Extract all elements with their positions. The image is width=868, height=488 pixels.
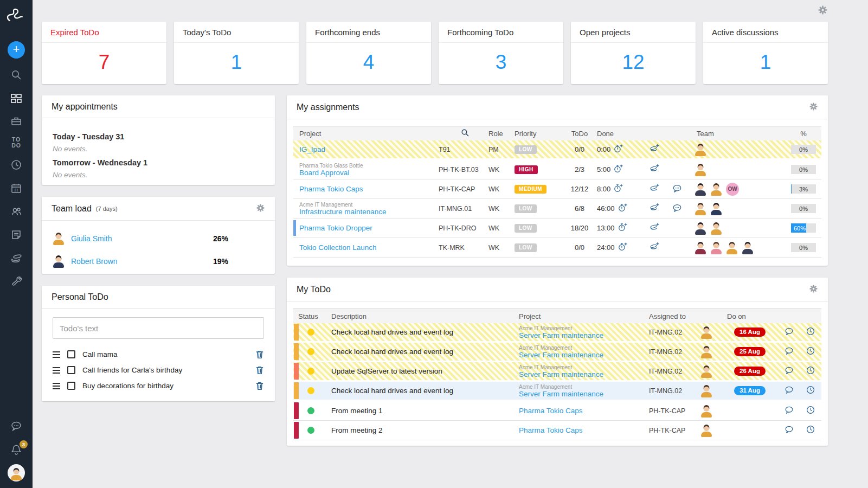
comment-icon[interactable]	[784, 365, 794, 377]
project-link[interactable]: Server Farm maintenance	[519, 370, 603, 378]
discussion-icon[interactable]	[672, 203, 683, 215]
chat-icon[interactable]	[9, 419, 23, 433]
schedule-clock-icon[interactable]	[806, 405, 815, 416]
status-dot[interactable]	[307, 348, 314, 355]
notifications-icon[interactable]: 3	[9, 442, 23, 457]
project-link[interactable]: Pharma Tokio Dropper	[299, 224, 372, 232]
card-open-projects[interactable]: Open projects 12	[571, 22, 696, 84]
add-worklog-timer-icon[interactable]	[613, 164, 623, 176]
card-expired-todo[interactable]: Expired ToDo 7	[42, 22, 166, 84]
schedule-clock-icon[interactable]	[806, 326, 815, 338]
add-button[interactable]: +	[8, 41, 25, 59]
schedule-clock-icon[interactable]	[806, 346, 815, 357]
comment-icon[interactable]	[784, 326, 794, 338]
comment-icon[interactable]	[784, 425, 794, 436]
discussion-icon[interactable]	[672, 183, 683, 195]
assignment-row[interactable]: Pharma Tokio Caps PH-TK-CAP WK MEDIUM 12…	[293, 179, 821, 199]
assignee-avatar[interactable]	[700, 404, 712, 418]
project-link[interactable]: Server Farm maintenance	[519, 390, 603, 398]
team-avatar[interactable]	[695, 241, 706, 254]
project-link[interactable]: Pharma Tokio Caps	[519, 407, 583, 415]
due-date-badge[interactable]: 31 Aug	[734, 386, 766, 395]
add-worklog-timer-icon[interactable]	[613, 144, 623, 156]
card-active-discussions[interactable]: Active discussions 1	[703, 22, 828, 84]
team-avatar[interactable]	[742, 241, 754, 254]
team-initials-badge[interactable]: OW	[726, 183, 739, 196]
add-expense-icon[interactable]	[649, 164, 660, 176]
project-link[interactable]: Server Farm maintenance	[519, 331, 603, 339]
clock-icon[interactable]	[9, 158, 23, 172]
user-avatar[interactable]	[8, 464, 25, 481]
due-date-badge[interactable]: 25 Aug	[734, 347, 766, 356]
col-do-on[interactable]: Do on	[722, 312, 778, 320]
team-avatar[interactable]	[695, 163, 706, 176]
todo-row[interactable]: Check local hard drives and event log Ac…	[293, 343, 821, 362]
col-todo[interactable]: ToDo	[562, 130, 597, 138]
schedule-clock-icon[interactable]	[806, 385, 815, 396]
team-load-gear-icon[interactable]	[256, 203, 265, 214]
drag-handle-icon[interactable]	[53, 386, 60, 387]
people-icon[interactable]	[9, 204, 23, 219]
todo-row[interactable]: Check local hard drives and event log Ac…	[293, 382, 821, 401]
member-name-link[interactable]: Robert Brown	[71, 257, 118, 266]
todo-row[interactable]: From meeting 2 Pharma Tokio Caps PH-TK-C…	[293, 421, 821, 440]
due-date-badge[interactable]: 16 Aug	[734, 328, 766, 337]
calendar-icon[interactable]: 31	[9, 181, 23, 195]
card-forthcoming-ends[interactable]: Forthcoming ends 4	[306, 22, 431, 84]
schedule-clock-icon[interactable]	[806, 365, 815, 377]
assignee-avatar[interactable]	[700, 345, 712, 358]
col-role[interactable]: Role	[488, 130, 515, 138]
due-date-badge[interactable]: 26 Aug	[734, 367, 766, 376]
card-todays-todo[interactable]: Today's ToDo 1	[174, 22, 299, 84]
assignment-row[interactable]: Tokio Collection Launch TK-MRK WK LOW 0/…	[293, 238, 821, 258]
add-worklog-timer-icon[interactable]	[618, 203, 628, 215]
table-search-icon[interactable]	[460, 128, 470, 139]
team-avatar[interactable]	[726, 241, 738, 254]
col-description[interactable]: Description	[325, 312, 519, 320]
drag-handle-icon[interactable]	[53, 370, 60, 371]
status-dot[interactable]	[307, 368, 314, 375]
add-worklog-timer-icon[interactable]	[618, 242, 628, 254]
assignee-avatar[interactable]	[700, 384, 712, 397]
team-avatar[interactable]	[710, 222, 722, 235]
search-icon[interactable]	[9, 68, 23, 82]
assignments-gear-icon[interactable]	[809, 102, 818, 113]
comment-icon[interactable]	[784, 405, 794, 416]
card-forthcoming-todo[interactable]: Forthcoming ToDo 3	[439, 22, 563, 84]
projects-icon[interactable]	[9, 114, 23, 129]
add-worklog-timer-icon[interactable]	[613, 183, 623, 195]
assignment-row[interactable]: IG_Ipad T91 PM LOW 0/0 0:00 0%	[293, 140, 821, 160]
project-link[interactable]: Pharma Tokio Caps	[519, 426, 583, 434]
add-expense-icon[interactable]	[649, 222, 660, 234]
trash-icon[interactable]	[255, 350, 264, 359]
todo-checkbox[interactable]	[67, 382, 75, 390]
trash-icon[interactable]	[255, 365, 264, 375]
team-avatar[interactable]	[710, 202, 722, 215]
project-link[interactable]: Board Approval	[299, 169, 349, 177]
project-link[interactable]: Infrastructure maintenance	[299, 208, 387, 216]
my-todo-gear-icon[interactable]	[809, 284, 818, 295]
expenses-icon[interactable]	[9, 251, 23, 265]
team-avatar[interactable]	[710, 241, 722, 254]
team-avatar[interactable]	[710, 183, 722, 196]
add-expense-icon[interactable]	[649, 183, 660, 195]
team-avatar[interactable]	[695, 222, 706, 235]
todo-checkbox[interactable]	[67, 366, 75, 374]
assignment-row[interactable]: Pharma Tokio Dropper PH-TK-DRO WK LOW 18…	[293, 219, 821, 238]
col-project[interactable]: Project	[519, 312, 649, 320]
schedule-clock-icon[interactable]	[806, 425, 815, 436]
comment-icon[interactable]	[784, 385, 794, 396]
new-todo-input[interactable]	[53, 317, 264, 339]
assignment-row[interactable]: Pharma Tokio Glass BottleBoard Approval …	[293, 160, 821, 179]
col-pct[interactable]: %	[786, 130, 821, 138]
status-dot[interactable]	[307, 329, 314, 336]
team-avatar[interactable]	[695, 183, 706, 196]
add-worklog-timer-icon[interactable]	[618, 222, 628, 234]
status-dot[interactable]	[307, 427, 314, 434]
add-expense-icon[interactable]	[649, 144, 660, 156]
todo-checkbox[interactable]	[67, 350, 75, 358]
page-settings-gear-icon[interactable]	[818, 5, 828, 17]
team-avatar[interactable]	[695, 143, 706, 156]
todo-icon[interactable]: TO DO	[11, 137, 21, 149]
team-avatar[interactable]	[695, 202, 706, 215]
